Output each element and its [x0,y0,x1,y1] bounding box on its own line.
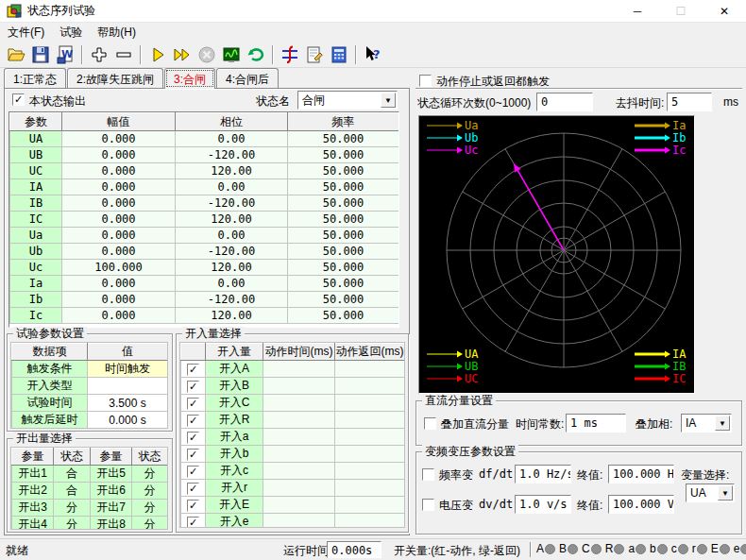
state-cell[interactable]: 分 [132,517,168,531]
input-enable-cell[interactable] [181,480,206,497]
input-checkbox[interactable] [187,483,199,495]
open-file-button[interactable] [4,43,28,66]
close-button[interactable]: ✕ [703,0,746,23]
phase-cell[interactable]: 0.00 [176,131,288,147]
amplitude-cell[interactable]: 0.000 [62,195,176,212]
value-cell[interactable]: 0.000 s [88,412,168,429]
frequency-cell[interactable]: 50.000 [288,228,399,244]
help-button[interactable]: ? [361,43,385,66]
state-cell[interactable]: 分 [54,517,91,531]
phase-cell[interactable]: 0.00 [176,179,288,195]
phase-cell[interactable]: -120.00 [176,292,288,308]
stop-button[interactable] [195,43,219,66]
amplitude-cell[interactable]: 0.000 [62,308,176,324]
phase-cell[interactable]: -120.00 [176,147,288,163]
amplitude-cell[interactable]: 0.000 [62,276,176,292]
variable-select[interactable]: UA ▼ [686,484,735,502]
export-word-button[interactable]: W [53,43,77,66]
frequency-cell[interactable]: 50.000 [288,212,399,228]
minimize-button[interactable]: ─ [616,0,659,23]
tab-1[interactable]: 1:正常态 [4,68,66,88]
freq-final-input[interactable]: 100.000 Hz [608,465,674,484]
input-checkbox[interactable] [187,364,199,376]
state-cell[interactable]: 合 [54,466,91,483]
frequency-cell[interactable]: 50.000 [288,163,399,179]
run-continuous-button[interactable] [170,43,195,66]
display-button[interactable] [219,43,244,66]
add-state-button[interactable] [87,43,111,66]
loop-count-input[interactable]: 0 [536,93,593,111]
phase-cell[interactable]: -120.00 [176,244,288,260]
frequency-cell[interactable]: 50.000 [288,131,399,147]
input-enable-cell[interactable] [181,378,206,395]
amplitude-cell[interactable]: 0.000 [62,212,176,228]
tab-3[interactable]: 3:合闸 [164,68,215,89]
value-cell[interactable]: 3.500 s [88,395,168,412]
input-checkbox[interactable] [187,449,199,461]
frequency-cell[interactable]: 50.000 [288,179,399,195]
value-cell[interactable]: 时间触发 [88,361,168,378]
amplitude-cell[interactable]: 0.000 [62,147,176,163]
input-enable-cell[interactable] [181,395,206,412]
frequency-cell[interactable]: 50.000 [288,147,399,163]
frequency-cell[interactable]: 50.000 [288,260,399,276]
freq-var-checkbox[interactable] [422,468,434,481]
input-enable-cell[interactable] [181,361,206,378]
remove-state-button[interactable] [111,43,136,66]
input-enable-cell[interactable] [181,497,206,514]
frequency-cell[interactable]: 50.000 [288,308,399,324]
volt-rate-input[interactable]: 1.0 v/s [515,495,571,514]
phase-cell[interactable]: -120.00 [176,195,288,212]
chevron-down-icon[interactable]: ▼ [718,485,733,501]
chevron-down-icon[interactable]: ▼ [381,93,396,108]
chevron-down-icon[interactable]: ▼ [715,416,730,431]
freq-rate-input[interactable]: 1.0 Hz/s [515,465,571,484]
phase-cell[interactable]: 120.00 [176,260,288,276]
input-checkbox[interactable] [187,466,199,478]
input-checkbox[interactable] [187,415,199,427]
amplitude-cell[interactable]: 0.000 [62,163,176,179]
state-name-select[interactable]: 合闸 ▼ [297,91,398,110]
input-checkbox[interactable] [187,500,199,512]
menu-item-0[interactable]: 文件(F) [0,23,52,42]
value-cell[interactable] [88,378,168,395]
amplitude-cell[interactable]: 0.000 [62,244,176,260]
input-checkbox[interactable] [187,517,199,528]
menu-item-1[interactable]: 试验 [52,23,90,42]
state-cell[interactable]: 分 [54,500,91,517]
state-cell[interactable]: 分 [132,483,168,500]
stop-trigger-checkbox[interactable] [419,75,432,87]
phase-cell[interactable]: 0.00 [176,228,288,244]
maximize-button[interactable]: ☐ [659,0,703,23]
frequency-cell[interactable]: 50.000 [288,276,399,292]
state-cell[interactable]: 分 [132,500,168,517]
dc-superimpose-checkbox[interactable] [424,417,436,430]
amplitude-cell[interactable]: 0.000 [62,179,176,195]
menu-item-2[interactable]: 帮助(H) [90,23,144,42]
amplitude-cell[interactable]: 0.000 [62,292,176,308]
input-enable-cell[interactable] [181,514,206,529]
phase-cell[interactable]: 0.00 [176,276,288,292]
debounce-input[interactable]: 5 [667,93,712,111]
input-checkbox[interactable] [187,398,199,410]
frequency-cell[interactable]: 50.000 [288,292,399,308]
report-button[interactable] [302,43,327,66]
phase-cell[interactable]: 120.00 [176,212,288,228]
undo-button[interactable] [244,43,268,66]
input-enable-cell[interactable] [181,412,206,429]
amplitude-cell[interactable]: 0.000 [62,228,176,244]
input-enable-cell[interactable] [181,446,206,463]
input-enable-cell[interactable] [181,429,206,446]
dc-time-constant-input[interactable]: 1 ms [566,414,626,433]
state-cell[interactable]: 合 [54,483,91,500]
state-output-checkbox[interactable] [12,93,25,106]
frequency-cell[interactable]: 50.000 [288,244,399,260]
waveform-button[interactable] [278,43,302,66]
volt-var-checkbox[interactable] [422,499,434,511]
amplitude-cell[interactable]: 0.000 [62,131,176,147]
run-button[interactable] [145,43,170,66]
tab-2[interactable]: 2:故障失压跳闸 [67,68,163,88]
volt-final-input[interactable]: 100.000 V [608,495,674,514]
dc-phase-select[interactable]: IA ▼ [681,414,732,433]
input-enable-cell[interactable] [181,463,206,480]
